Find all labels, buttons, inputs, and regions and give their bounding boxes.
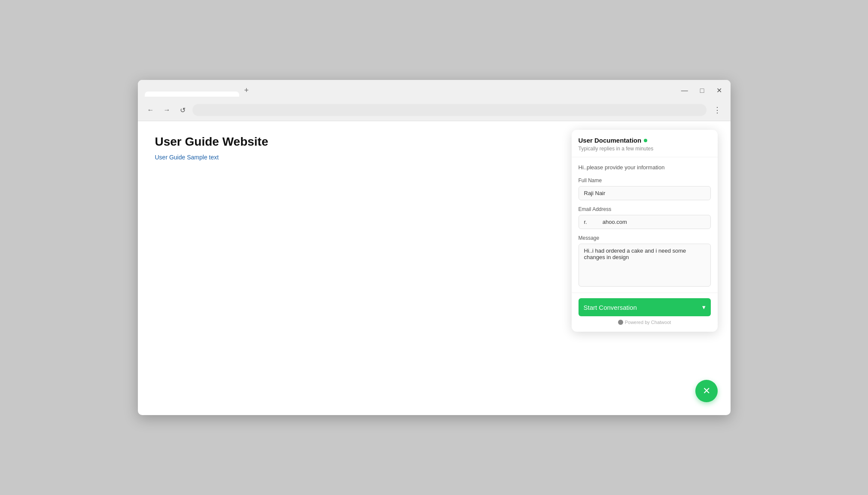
start-conversation-button[interactable]: Start Conversation ▾ <box>579 298 711 316</box>
browser-nav-bar: ← → ↺ ⋮ <box>138 100 731 121</box>
chat-fab-button[interactable]: ✕ <box>695 380 718 402</box>
chatwoot-icon <box>618 320 623 325</box>
start-conversation-label: Start Conversation <box>584 304 637 311</box>
full-name-label: Full Name <box>579 177 711 183</box>
new-tab-button[interactable]: + <box>241 84 253 97</box>
chat-body: Hi..please provide your information Full… <box>572 157 718 293</box>
close-button[interactable]: ✕ <box>715 85 724 96</box>
message-input[interactable]: Hi..i had ordered a cake and i need some… <box>579 244 711 287</box>
more-options-button[interactable]: ⋮ <box>711 104 724 116</box>
chat-widget-inner: User Documentation Typically replies in … <box>572 130 718 332</box>
browser-tab[interactable] <box>145 92 239 97</box>
browser-window: + — □ ✕ ← → ↺ ⋮ User Guide Website User … <box>138 80 731 415</box>
browser-chrome: + — □ ✕ <box>138 80 731 100</box>
chat-header: User Documentation Typically replies in … <box>572 130 718 157</box>
minimize-button[interactable]: — <box>679 85 690 96</box>
email-input[interactable] <box>579 215 711 229</box>
window-controls: — □ ✕ <box>679 85 724 96</box>
chat-header-title: User Documentation <box>579 137 711 144</box>
chat-fab-icon: ✕ <box>703 385 710 397</box>
chat-footer: Start Conversation ▾ Powered by Chatwoot <box>572 293 718 332</box>
chat-title-text: User Documentation <box>579 137 642 144</box>
chat-widget: User Documentation Typically replies in … <box>572 130 718 332</box>
chat-scroll-area[interactable]: User Documentation Typically replies in … <box>572 130 718 293</box>
forward-button[interactable]: → <box>161 104 173 116</box>
page-content: User Guide Website User Guide Sample tex… <box>138 121 731 415</box>
dropdown-arrow-icon: ▾ <box>702 303 706 311</box>
browser-top-bar: + — □ ✕ <box>145 84 724 97</box>
message-group: Message Hi..i had ordered a cake and i n… <box>579 235 711 288</box>
back-button[interactable]: ← <box>145 104 157 116</box>
powered-by-text: Powered by Chatwoot <box>625 320 671 325</box>
address-bar[interactable] <box>192 104 707 116</box>
tab-area: + <box>145 84 253 97</box>
full-name-group: Full Name <box>579 177 711 200</box>
full-name-input[interactable] <box>579 186 711 200</box>
refresh-button[interactable]: ↺ <box>177 104 188 116</box>
message-label: Message <box>579 235 711 241</box>
email-label: Email Address <box>579 206 711 212</box>
chat-greeting: Hi..please provide your information <box>579 164 711 171</box>
powered-by: Powered by Chatwoot <box>579 316 711 327</box>
email-group: Email Address <box>579 206 711 229</box>
online-indicator <box>644 139 647 142</box>
chat-header-subtitle: Typically replies in a few minutes <box>579 146 711 152</box>
maximize-button[interactable]: □ <box>698 85 706 96</box>
